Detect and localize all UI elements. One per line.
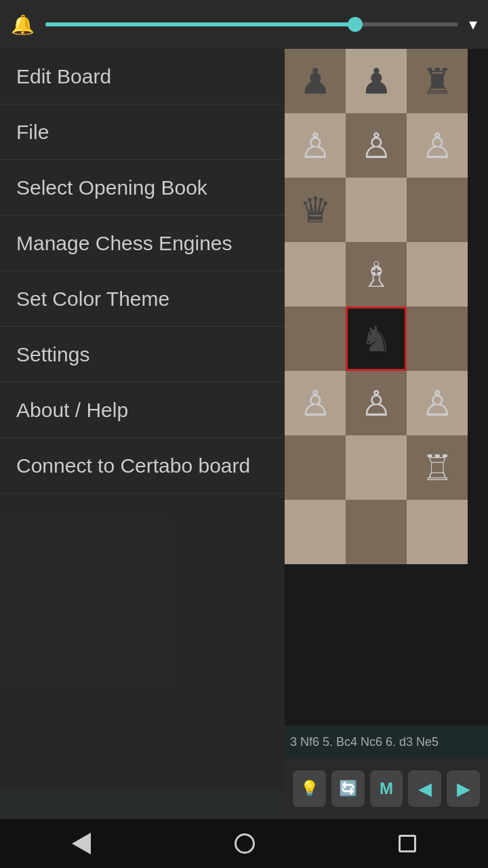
- cell-r3c1[interactable]: ♛: [285, 178, 346, 242]
- forward-arrow-icon: ▶: [457, 778, 470, 800]
- back-arrow-icon: ◀: [418, 778, 432, 800]
- cell-r7c2[interactable]: [346, 435, 407, 500]
- menu-item-select-opening-book[interactable]: Select Opening Book: [0, 160, 285, 216]
- piece-rook-black: ♜: [422, 64, 453, 99]
- drawer-overlay: Edit Board File Select Opening Book Mana…: [0, 49, 285, 819]
- board-grid: ♟ ♟ ♜ ♙ ♙ ♙ ♛ ♗ ♞ ♙ ♙ ♙ ♖: [285, 49, 488, 564]
- menu-item-about-help[interactable]: About / Help: [0, 382, 285, 438]
- piece-rook-w: ♖: [422, 450, 453, 486]
- piece-pawn-w6: ♙: [422, 386, 453, 421]
- cell-r3c2[interactable]: [346, 178, 407, 242]
- toolbar-lightbulb-button[interactable]: 💡: [293, 770, 326, 807]
- cell-r8c3[interactable]: [407, 500, 468, 564]
- cell-r2c1[interactable]: ♙: [285, 113, 346, 178]
- android-nav-bar: [0, 819, 488, 868]
- cell-r5c1[interactable]: [285, 307, 346, 371]
- status-bar: 🔔 ▾: [0, 0, 488, 49]
- cell-r6c1[interactable]: ♙: [285, 371, 346, 435]
- progress-fill: [45, 22, 355, 26]
- menu-item-settings[interactable]: Settings: [0, 327, 285, 382]
- toolbar-refresh-button[interactable]: 🔄: [331, 770, 365, 807]
- toolbar-back-button[interactable]: ◀: [408, 770, 441, 807]
- piece-knight-selected: ♞: [361, 321, 392, 357]
- piece-pawn-w2: ♙: [361, 128, 392, 163]
- menu-item-edit-board[interactable]: Edit Board: [0, 49, 285, 104]
- back-triangle-icon: [72, 833, 91, 854]
- cell-r1c1[interactable]: ♟: [285, 49, 346, 113]
- home-circle-icon: [235, 833, 255, 854]
- bottom-toolbar: 💡 🔄 M ◀ ▶: [285, 758, 488, 819]
- cell-r4c1[interactable]: [285, 242, 346, 307]
- chess-board[interactable]: ♟ ♟ ♜ ♙ ♙ ♙ ♛ ♗ ♞ ♙ ♙ ♙ ♖: [285, 49, 488, 646]
- piece-pawn-w5: ♙: [361, 386, 392, 421]
- bell-icon: 🔔: [11, 14, 35, 36]
- piece-bishop-w: ♗: [361, 257, 392, 292]
- piece-pawn-w4: ♙: [300, 386, 331, 421]
- cell-r7c3[interactable]: ♖: [407, 435, 468, 500]
- recent-square-icon: [399, 835, 416, 852]
- piece-pawn-w1: ♙: [300, 128, 331, 163]
- piece-pawn-black2: ♟: [361, 64, 392, 99]
- cell-r2c3[interactable]: ♙: [407, 113, 468, 178]
- cell-r8c1[interactable]: [285, 500, 346, 564]
- cell-r5c2-selected[interactable]: ♞: [346, 307, 407, 371]
- cell-r3c3[interactable]: [407, 178, 468, 242]
- notation-text: 3 Nf6 5. Bc4 Nc6 6. d3 Ne5: [290, 735, 439, 749]
- progress-thumb: [348, 17, 363, 32]
- cell-r1c2[interactable]: ♟: [346, 49, 407, 113]
- refresh-icon: 🔄: [339, 780, 357, 797]
- lightbulb-icon: 💡: [300, 780, 319, 797]
- piece-pawn-black: ♟: [300, 64, 331, 99]
- cell-r5c3[interactable]: [407, 307, 468, 371]
- progress-bar[interactable]: [45, 22, 458, 26]
- chevron-down-icon[interactable]: ▾: [469, 15, 477, 34]
- cell-r1c3[interactable]: ♜: [407, 49, 468, 113]
- nav-back-button[interactable]: [72, 833, 91, 854]
- mode-icon: M: [380, 779, 393, 798]
- piece-queen-black: ♛: [300, 193, 331, 228]
- menu-item-file[interactable]: File: [0, 104, 285, 160]
- nav-recent-button[interactable]: [399, 835, 416, 852]
- piece-pawn-w3: ♙: [422, 128, 453, 163]
- menu-item-connect-certabo[interactable]: Connect to Certabo board: [0, 438, 285, 494]
- cell-r4c3[interactable]: [407, 242, 468, 307]
- nav-home-button[interactable]: [235, 833, 255, 854]
- menu-list: Edit Board File Select Opening Book Mana…: [0, 49, 285, 494]
- cell-r6c3[interactable]: ♙: [407, 371, 468, 435]
- cell-r4c2[interactable]: ♗: [346, 242, 407, 307]
- cell-r6c2[interactable]: ♙: [346, 371, 407, 435]
- notation-bar: 3 Nf6 5. Bc4 Nc6 6. d3 Ne5: [285, 726, 488, 758]
- menu-item-manage-chess-engines[interactable]: Manage Chess Engines: [0, 216, 285, 271]
- cell-r7c1[interactable]: [285, 435, 346, 500]
- toolbar-mode-button[interactable]: M: [370, 770, 403, 807]
- cell-r2c2[interactable]: ♙: [346, 113, 407, 178]
- cell-r8c2[interactable]: [346, 500, 407, 564]
- toolbar-forward-button[interactable]: ▶: [447, 770, 480, 807]
- menu-item-set-color-theme[interactable]: Set Color Theme: [0, 271, 285, 327]
